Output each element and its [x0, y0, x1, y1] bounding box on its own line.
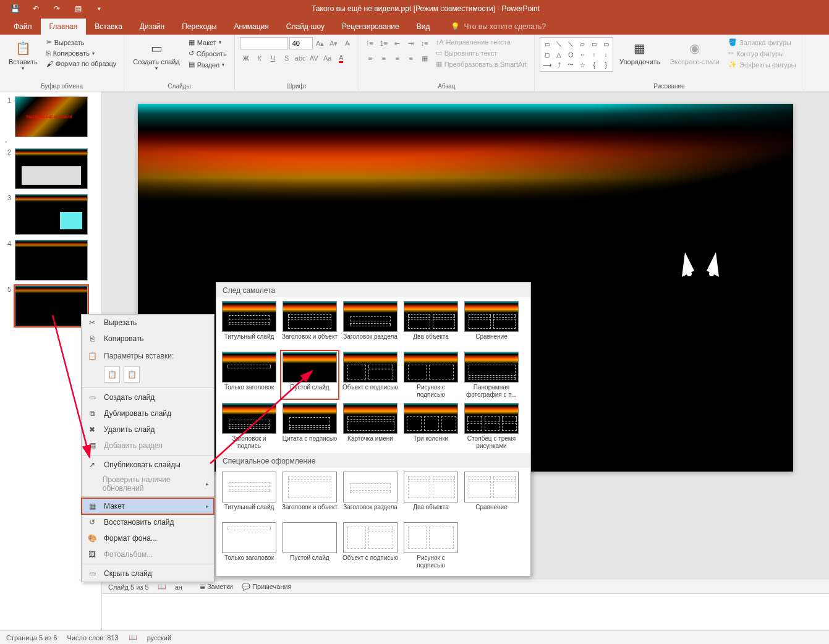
shape-fill-button[interactable]: 🪣Заливка фигуры [726, 37, 799, 48]
layout-option-dark-6[interactable]: Пустой слайд [281, 350, 339, 399]
shape-effects-button[interactable]: ✨Эффекты фигуры [726, 59, 799, 70]
underline-button[interactable]: Ч [267, 52, 279, 64]
layout-option-light-3[interactable]: Два объекта [402, 470, 460, 519]
notes-button[interactable]: ≣ Заметки [200, 583, 233, 591]
notes-pane[interactable] [102, 593, 829, 630]
layout-option-light-5[interactable]: Только заголовок [220, 521, 278, 570]
tab-design[interactable]: Дизайн [131, 19, 173, 35]
shadow-button[interactable]: S [281, 52, 293, 64]
layout-option-light-2[interactable]: Заголовок раздела [341, 470, 399, 519]
reset-button[interactable]: ↺Сбросить [186, 48, 229, 59]
layout-option-dark-14[interactable]: Столбец с тремя рисунками [462, 402, 521, 451]
tab-file[interactable]: Файл [5, 19, 41, 35]
indent-inc-button[interactable]: ⇥ [405, 37, 417, 49]
layout-option-light-6[interactable]: Пустой слайд [281, 521, 339, 570]
tab-insert[interactable]: Вставка [86, 19, 131, 35]
new-slide-button[interactable]: ▭ Создать слайд ▾ [129, 37, 183, 72]
tab-view[interactable]: Вид [408, 19, 439, 35]
save-button[interactable]: 💾 [5, 1, 25, 16]
quick-styles-button[interactable]: ◉ Экспресс-стили [666, 37, 723, 67]
shrink-font-button[interactable]: A▾ [328, 37, 340, 49]
tab-review[interactable]: Рецензирование [333, 19, 408, 35]
tab-animation[interactable]: Анимация [225, 19, 277, 35]
section-button[interactable]: ▤Раздел▾ [186, 59, 229, 70]
layout-option-light-4[interactable]: Сравнение [462, 470, 521, 519]
columns-button[interactable]: ▦ [419, 52, 431, 64]
align-left-button[interactable]: ≡ [364, 52, 376, 64]
spacing-button[interactable]: AV [308, 52, 320, 64]
numbering-button[interactable]: 1≡ [378, 37, 390, 49]
layout-option-dark-10[interactable]: Заголовок и подпись [220, 402, 278, 451]
ctx-reset[interactable]: ↺Восстановить слайд [82, 514, 214, 530]
layout-option-dark-4[interactable]: Сравнение [462, 300, 521, 348]
tab-slideshow[interactable]: Слайд-шоу [278, 19, 333, 35]
thumbnail-4[interactable]: 4 [0, 237, 101, 283]
layout-option-dark-5[interactable]: Только заголовок [220, 350, 278, 399]
undo-button[interactable]: ↶ [26, 1, 46, 16]
arrange-button[interactable]: ▦ Упорядочить [616, 37, 663, 67]
redo-button[interactable]: ↷ [47, 1, 67, 16]
smartart-button[interactable]: ▦Преобразовать в SmartArt [433, 59, 529, 69]
paste-dest-theme[interactable]: 📋 [104, 366, 120, 383]
indent-dec-button[interactable]: ⇤ [391, 37, 404, 49]
layout-option-dark-7[interactable]: Объект с подписью [341, 350, 399, 399]
justify-button[interactable]: ≡ [405, 52, 417, 64]
tab-transitions[interactable]: Переходы [173, 19, 225, 35]
layout-option-light-7[interactable]: Объект с подписью [341, 521, 399, 570]
ctx-layout[interactable]: ▦Макет▸ [82, 498, 214, 514]
comments-button[interactable]: 💬 Примечания [242, 583, 292, 591]
clear-format-button[interactable]: A̶ [341, 37, 354, 49]
layout-option-dark-13[interactable]: Три колонки [402, 402, 460, 451]
layout-option-dark-9[interactable]: Панорамная фотография с п... [462, 350, 521, 399]
ctx-cut[interactable]: ✂Вырезать [82, 315, 214, 331]
layout-option-dark-0[interactable]: Титульный слайд [220, 300, 278, 348]
qat-customize[interactable]: ▾ [89, 1, 109, 16]
format-painter-button[interactable]: 🖌Формат по образцу [44, 59, 119, 69]
ctx-publish[interactable]: ↗Опубликовать слайды [82, 457, 214, 473]
ctx-duplicate[interactable]: ⧉Дублировать слайд [82, 405, 214, 422]
language-indicator[interactable]: русский [147, 634, 171, 642]
cut-button[interactable]: ✂Вырезать [44, 37, 119, 48]
case-button[interactable]: Aa [321, 52, 334, 64]
layout-option-dark-8[interactable]: Рисунок с подписью [402, 350, 460, 399]
grow-font-button[interactable]: A▴ [314, 37, 326, 49]
layout-option-dark-12[interactable]: Карточка имени [341, 402, 399, 451]
thumbnail-3[interactable]: 3 [0, 192, 101, 237]
ctx-hide[interactable]: ▭Скрыть слайд [82, 566, 214, 582]
thumbnail-1[interactable]: 1 ТАКОГО ВЫ ЕЩЁ НЕ ВИДЕЛИ [0, 94, 101, 140]
page-counter[interactable]: Страница 5 из 6 [6, 634, 57, 642]
ctx-delete[interactable]: ✖Удалить слайд [82, 422, 214, 438]
word-count[interactable]: Число слов: 813 [67, 634, 118, 642]
ctx-new-slide[interactable]: ▭Создать слайд [82, 389, 214, 405]
paste-button[interactable]: 📋 Вставить ▾ [5, 37, 41, 72]
line-spacing-button[interactable]: ↕≡ [419, 37, 431, 49]
text-direction-button[interactable]: ↕AНаправление текста [433, 37, 529, 47]
ctx-copy[interactable]: ⎘Копировать [82, 331, 214, 347]
strike-button[interactable]: abc [294, 52, 307, 64]
bullets-button[interactable]: ⁝≡ [364, 37, 376, 49]
align-center-button[interactable]: ≡ [378, 52, 390, 64]
layout-button[interactable]: ▦Макет▾ [186, 37, 229, 48]
align-right-button[interactable]: ≡ [391, 52, 404, 64]
layout-option-dark-11[interactable]: Цитата с подписью [281, 402, 339, 451]
layout-option-dark-2[interactable]: Заголовок раздела [341, 300, 399, 348]
layout-option-dark-1[interactable]: Заголовок и объект [281, 300, 339, 348]
spell-check-icon[interactable]: 📖 [158, 583, 166, 591]
copy-button[interactable]: ⎘Копировать▾ [44, 48, 119, 58]
paste-source-format[interactable]: 📋 [124, 366, 140, 383]
layout-option-light-8[interactable]: Рисунок с подписью [402, 521, 460, 570]
shapes-gallery[interactable]: ▭＼＼▱▭▭ ◻△⬡○↑↓ ⟶⤴〜☆{} [540, 37, 613, 72]
align-text-button[interactable]: ▭Выровнять текст [433, 48, 529, 58]
tab-home[interactable]: Главная [41, 19, 87, 35]
layout-option-dark-3[interactable]: Два объекта [402, 300, 460, 348]
tell-me-search[interactable]: 💡 Что вы хотите сделать? [451, 19, 546, 35]
thumbnail-2[interactable]: 2 [0, 146, 101, 192]
layout-option-light-1[interactable]: Заголовок и объект [281, 470, 339, 519]
layout-option-light-0[interactable]: Титульный слайд [220, 470, 278, 519]
lang-short[interactable]: ан [175, 583, 182, 591]
start-slideshow-button[interactable]: ▤ [68, 1, 88, 16]
italic-button[interactable]: К [253, 52, 266, 64]
font-size-input[interactable] [289, 37, 313, 49]
font-name-input[interactable] [240, 37, 288, 49]
font-color-button[interactable]: A [335, 52, 347, 64]
